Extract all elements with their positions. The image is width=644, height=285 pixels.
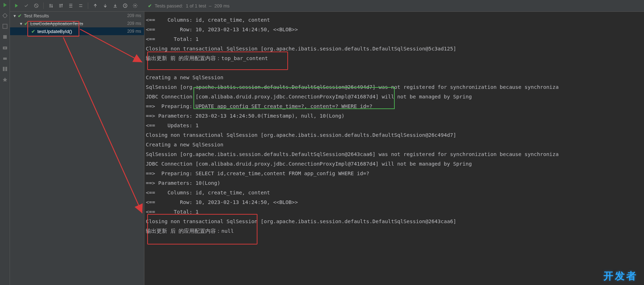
svg-rect-6 <box>3 67 5 71</box>
tree-class-label: LowCodeApplicationTests <box>30 21 83 26</box>
console-output[interactable]: <== Columns: id, create_time, content <=… <box>144 12 644 285</box>
test-tree[interactable]: ▾ ✔ Test Results 209 ms ▾ ✔ LowCodeAppli… <box>10 12 144 285</box>
check-icon: ✔ <box>148 3 152 9</box>
tree-root[interactable]: ▾ ✔ Test Results 209 ms <box>10 12 144 20</box>
tree-class-time: 209 ms <box>127 21 141 26</box>
layout-icon[interactable] <box>2 66 8 72</box>
sort-duration-button[interactable] <box>57 1 65 10</box>
left-tool-gutter <box>0 0 10 285</box>
run-icon[interactable] <box>2 2 8 8</box>
tree-method-time: 209 ms <box>127 29 141 34</box>
pin-icon[interactable] <box>2 77 8 82</box>
tree-root-label: Test Results <box>24 13 49 18</box>
check-icon: ✔ <box>31 29 35 34</box>
chevron-down-icon[interactable]: ▾ <box>20 21 23 26</box>
svg-rect-7 <box>5 67 7 71</box>
svg-point-4 <box>4 47 6 49</box>
print-icon[interactable] <box>2 55 8 61</box>
collapse-all-button[interactable] <box>76 1 85 10</box>
svg-point-10 <box>134 5 136 6</box>
status-time: 209 ms <box>214 3 230 9</box>
tree-method[interactable]: ✔ testUpdateById() 209 ms <box>10 27 144 35</box>
camera-icon[interactable] <box>2 45 8 50</box>
svg-rect-5 <box>3 58 7 60</box>
watermark: 开发者 <box>603 269 638 283</box>
history-button[interactable] <box>121 1 129 10</box>
chevron-down-icon[interactable]: ▾ <box>14 13 17 18</box>
prev-failed-button[interactable] <box>91 1 100 10</box>
tree-root-time: 209 ms <box>127 13 141 18</box>
threads-icon[interactable] <box>2 34 8 40</box>
status-count: 1 of 1 test <box>186 3 206 9</box>
debug-icon[interactable] <box>2 13 8 18</box>
test-toolbar: ✔ Tests passed: 1 of 1 test – 209 ms <box>10 0 644 12</box>
coverage-icon[interactable] <box>2 23 8 29</box>
rerun-button[interactable] <box>12 1 21 10</box>
show-ignored-button[interactable] <box>32 1 41 10</box>
expand-all-button[interactable] <box>66 1 75 10</box>
settings-button[interactable] <box>131 1 139 10</box>
svg-rect-2 <box>3 35 7 39</box>
show-passed-button[interactable] <box>22 1 31 10</box>
separator <box>88 2 88 9</box>
test-status-bar: ✔ Tests passed: 1 of 1 test – 209 ms <box>148 3 642 9</box>
tree-class[interactable]: ▾ ✔ LowCodeApplicationTests 209 ms <box>10 20 144 27</box>
check-icon: ✔ <box>24 21 28 26</box>
check-icon: ✔ <box>18 13 22 18</box>
export-button[interactable] <box>111 1 119 10</box>
next-failed-button[interactable] <box>101 1 110 10</box>
svg-rect-1 <box>3 24 7 28</box>
status-prefix: Tests passed: <box>155 3 183 9</box>
status-sep: – <box>209 3 212 9</box>
separator <box>43 2 44 9</box>
sort-alpha-button[interactable] <box>47 1 55 10</box>
svg-point-0 <box>3 14 7 17</box>
tree-method-label: testUpdateById() <box>37 29 72 34</box>
